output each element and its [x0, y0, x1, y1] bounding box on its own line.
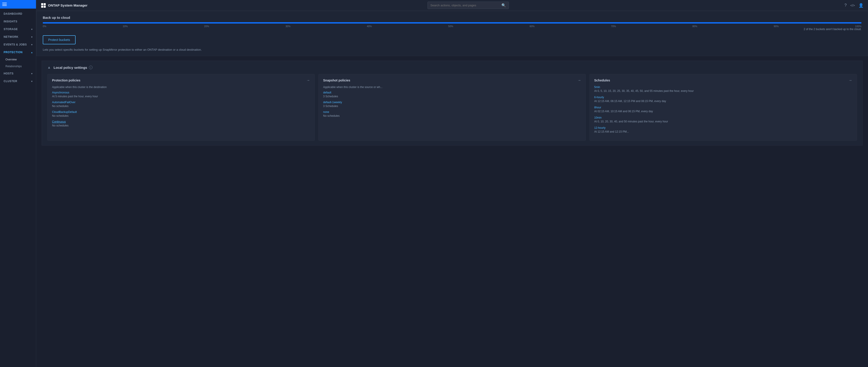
svg-rect-1	[44, 3, 46, 5]
protect-buckets-description: Lets you select specific buckets for set…	[43, 48, 862, 51]
list-item: CloudBackupDefault No schedules	[52, 111, 310, 117]
schedule-name-5min[interactable]: 5min	[594, 86, 852, 89]
policy-desc-automatedfailover: No schedules	[52, 104, 310, 108]
schedules-arrow[interactable]: →	[848, 78, 852, 82]
progress-label-60: 60%	[529, 25, 534, 28]
svg-rect-0	[41, 3, 43, 5]
schedule-name-6hourly[interactable]: 6-hourly	[594, 96, 852, 99]
list-item: 10min At 0, 10, 20, 30, 40, and 50 minut…	[594, 116, 852, 123]
protection-policies-card: Protection policies → Applicable when th…	[47, 74, 315, 141]
collapse-icon[interactable]: ▲	[47, 65, 51, 69]
snapshot-policies-card: Snapshot policies → Applicable when this…	[318, 74, 586, 141]
chevron-down-icon: ▾	[31, 80, 33, 83]
list-item: 12-hourly At 12:15 AM and 12:15 PM...	[594, 126, 852, 133]
search-input[interactable]	[430, 4, 500, 7]
local-policy-section: ▲ Local policy settings i Protection pol…	[42, 61, 863, 146]
progress-label-0: 0%	[43, 25, 46, 28]
progress-label-30: 30%	[285, 25, 290, 28]
list-item: 5min At 0, 5, 10, 15, 20, 25, 30, 35, 40…	[594, 86, 852, 93]
protection-policies-header: Protection policies →	[52, 78, 310, 82]
schedules-header: Schedules →	[594, 78, 852, 82]
progress-bar-container	[43, 22, 862, 24]
schedule-desc-8hour: At 02:15 AM, 10:15 AM and 06:15 PM, ever…	[594, 110, 852, 113]
info-icon[interactable]: i	[89, 66, 93, 69]
progress-label-90: 90%	[774, 25, 779, 28]
policy-desc-continuous: No schedules	[52, 124, 310, 127]
schedule-desc-5min: At 0, 5, 10, 15, 20, 25, 30, 35, 40, 45,…	[594, 89, 852, 93]
protect-buckets-button[interactable]: Protect buckets	[43, 35, 75, 44]
sidebar-item-network[interactable]: NETWORK ▾	[0, 33, 36, 41]
snapshot-policies-arrow[interactable]: →	[578, 78, 581, 82]
sidebar-item-insights[interactable]: INSIGHTS	[0, 18, 36, 25]
chevron-down-icon: ▾	[31, 72, 33, 75]
svg-rect-2	[41, 6, 43, 8]
schedule-name-10min[interactable]: 10min	[594, 116, 852, 119]
help-icon[interactable]: ?	[844, 3, 847, 8]
progress-label-100: 100%	[855, 25, 862, 28]
protection-policies-title: Protection policies	[52, 79, 80, 82]
progress-label-40: 40%	[367, 25, 372, 28]
chevron-down-icon: ▾	[31, 28, 33, 31]
policy-name-asynchronous[interactable]: Asynchronous	[52, 91, 310, 94]
sidebar-item-dashboard[interactable]: DASHBOARD	[0, 10, 36, 18]
list-item: Continuous No schedules	[52, 120, 310, 127]
progress-labels: 0% 10% 20% 30% 40% 50% 60% 70% 80% 90% 1…	[43, 25, 862, 28]
hamburger-icon	[2, 3, 7, 6]
backup-title: Back up to cloud	[43, 16, 862, 20]
progress-label-70: 70%	[611, 25, 616, 28]
schedule-desc-12hourly: At 12:15 AM and 12:15 PM...	[594, 130, 852, 133]
policy-desc-cloudbackupdefault: No schedules	[52, 114, 310, 117]
main-wrapper: ONTAP System Manager 🔍 ? </> 👤 Back up t…	[36, 0, 868, 367]
backup-to-cloud-section: Back up to cloud 0% 10% 20% 30% 40% 50% …	[36, 11, 868, 56]
schedule-name-8hour[interactable]: 8hour	[594, 106, 852, 109]
list-item: default-1weekly 3 Schedules	[323, 101, 581, 108]
netapp-logo-icon	[41, 3, 46, 8]
user-icon[interactable]: 👤	[859, 3, 864, 8]
topbar: ONTAP System Manager 🔍 ? </> 👤	[36, 0, 868, 11]
snapshot-policy-name-default-1weekly[interactable]: default-1weekly	[323, 101, 581, 104]
app-logo: ONTAP System Manager	[41, 3, 88, 8]
sidebar-item-events-jobs[interactable]: EVENTS & JOBS ▾	[0, 41, 36, 49]
sidebar-subitem-overview[interactable]: Overview	[0, 56, 36, 63]
local-policy-title: Local policy settings	[54, 66, 87, 69]
protection-policies-list: Asynchronous At 5 minutes past the hour,…	[52, 91, 310, 127]
sidebar: DASHBOARD INSIGHTS STORAGE ▾ NETWORK ▾ E…	[0, 0, 36, 367]
sidebar-item-storage[interactable]: STORAGE ▾	[0, 25, 36, 33]
list-item: none No schedules	[323, 111, 581, 117]
schedule-name-12hourly[interactable]: 12-hourly	[594, 126, 852, 129]
nav-section: DASHBOARD INSIGHTS STORAGE ▾ NETWORK ▾ E…	[0, 9, 36, 86]
list-item: 6-hourly At 12:15 AM, 06:15 AM, 12:15 PM…	[594, 96, 852, 103]
list-item: Asynchronous At 5 minutes past the hour,…	[52, 91, 310, 98]
snapshot-policy-desc-none: No schedules	[323, 114, 581, 117]
progress-label-20: 20%	[204, 25, 209, 28]
sidebar-subitem-relationships[interactable]: Relationships	[0, 63, 36, 70]
code-icon[interactable]: </>	[850, 4, 855, 7]
sidebar-item-hosts[interactable]: HOSTS ▾	[0, 70, 36, 78]
policy-name-automatedfailover[interactable]: AutomatedFailOver	[52, 101, 310, 104]
sidebar-menu-button[interactable]	[0, 0, 36, 9]
topbar-left: ONTAP System Manager	[41, 3, 92, 8]
progress-label-50: 50%	[448, 25, 453, 28]
progress-track	[43, 22, 862, 24]
app-title: ONTAP System Manager	[48, 3, 88, 7]
search-bar[interactable]: 🔍	[428, 2, 509, 9]
policy-desc-asynchronous: At 5 minutes past the hour, every hour	[52, 95, 310, 98]
sidebar-item-cluster[interactable]: CLUSTER ▾	[0, 78, 36, 85]
snapshot-policy-name-none[interactable]: none	[323, 111, 581, 114]
policy-name-cloudbackupdefault[interactable]: CloudBackupDefault	[52, 111, 310, 114]
progress-label-80: 80%	[692, 25, 698, 28]
snapshot-policy-name-default[interactable]: default	[323, 91, 581, 94]
snapshot-policy-desc-default-1weekly: 3 Schedules	[323, 104, 581, 108]
protection-policies-subtitle: Applicable when this cluster is the dest…	[52, 86, 310, 89]
policy-name-continuous[interactable]: Continuous	[52, 120, 310, 123]
schedule-desc-6hourly: At 12:15 AM, 06:15 AM, 12:15 PM and 06:1…	[594, 99, 852, 103]
sidebar-item-protection[interactable]: PROTECTION ▴	[0, 49, 36, 56]
protection-policies-arrow[interactable]: →	[306, 78, 310, 82]
backup-info-text: 2 of the 2 buckets aren't backed up to t…	[43, 28, 862, 31]
list-item: default 3 Schedules	[323, 91, 581, 98]
svg-rect-3	[44, 6, 46, 8]
schedule-desc-10min: At 0, 10, 20, 30, 40, and 50 minutes pas…	[594, 120, 852, 123]
topbar-right: ? </> 👤	[844, 3, 864, 8]
chevron-down-icon: ▾	[31, 36, 33, 38]
snapshot-policy-desc-default: 3 Schedules	[323, 95, 581, 98]
